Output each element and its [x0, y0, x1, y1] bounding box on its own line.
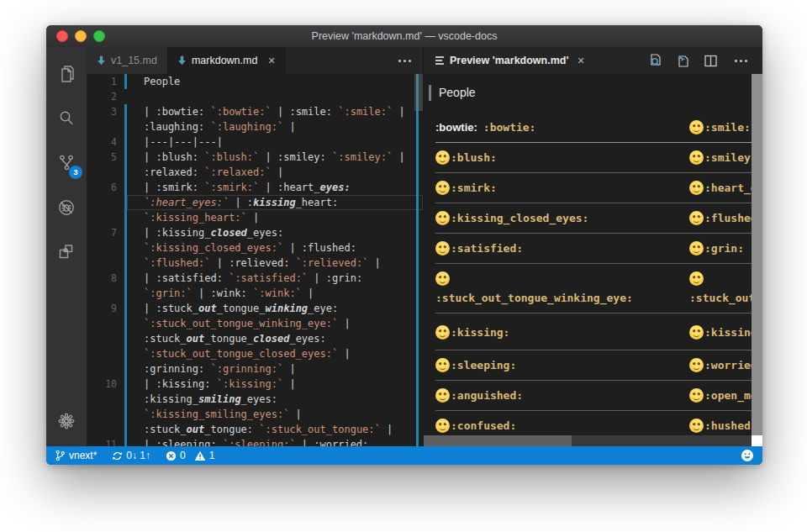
code-text: | :bowtie: `:bowtie:` | :smile: `:smile:… [127, 104, 423, 119]
markdown-file-icon [97, 55, 106, 66]
close-tab-icon[interactable]: ✕ [267, 55, 275, 66]
table-row: :smirk::heart_eyes: [435, 173, 762, 203]
more-actions-icon[interactable] [395, 56, 414, 66]
editor-line[interactable]: :stuck_out_tongue: `:stuck_out_tongue:` … [87, 422, 423, 437]
emoji-code: :blush: [451, 151, 497, 164]
editor-scrollbar[interactable] [414, 74, 423, 111]
debug-icon[interactable] [46, 187, 87, 228]
editor-line[interactable]: 7| :kissing_closed_eyes: [87, 225, 423, 240]
editor-line[interactable]: 11| :sleeping: `:sleeping:` | :worried: [87, 437, 423, 446]
emoji-icon [435, 211, 450, 225]
emoji-code: :smile: [704, 121, 751, 134]
line-number: 10 [87, 377, 117, 392]
activity-bar: 3 [46, 47, 87, 446]
explorer-icon[interactable] [46, 54, 87, 94]
feedback-smiley-icon[interactable] [741, 449, 754, 462]
line-number: 8 [87, 271, 117, 286]
show-source-icon[interactable] [676, 54, 690, 68]
table-cell: :kissing_closed_eyes: [435, 211, 689, 225]
sync-status[interactable]: 0↓ 1↑ [112, 450, 150, 461]
line-number: 9 [87, 301, 117, 316]
code-text: `:kissing_smiling_eyes:` | [127, 407, 423, 422]
code-text: :stuck_out_tongue_closed_eyes: [127, 331, 423, 346]
search-icon[interactable] [46, 98, 87, 139]
table-row: :stuck_out_tongue_winking_eye::stuck_out… [435, 264, 762, 313]
editor-line[interactable]: `:kissing_heart:` | [87, 210, 423, 225]
settings-gear-icon[interactable] [46, 401, 87, 441]
line-number: 11 [87, 437, 117, 446]
overview-ruler-modified [416, 74, 419, 446]
preview-more-actions-icon[interactable] [731, 56, 751, 66]
line-number: 5 [87, 150, 117, 165]
line-number [87, 407, 117, 422]
editor-line[interactable]: :laughing: `:laughing:` | [87, 119, 423, 134]
editor-line[interactable]: `:kissing_smiling_eyes:` | [87, 407, 423, 422]
preview-lines-icon [435, 55, 444, 67]
emoji-icon [435, 388, 450, 403]
editor-line[interactable]: 6| :smirk: `:smirk:` | :heart_eyes: [87, 180, 423, 195]
editor-line[interactable]: 1People [87, 74, 423, 89]
preview-tab-bar: Preview 'markdown.md' ✕ [424, 47, 762, 74]
editor-line[interactable]: 2 [87, 89, 423, 104]
tab-markdown-md[interactable]: markdown.md ✕ [167, 47, 286, 74]
line-number: 1 [87, 74, 117, 89]
editor-line[interactable]: 8| :satisfied: `:satisfied:` | :grin: [87, 271, 423, 286]
emoji-code: :hushed: [704, 419, 757, 432]
preview-heading: People [435, 84, 762, 101]
emoji-icon [689, 150, 704, 165]
editor-line[interactable]: `:heart_eyes:` | :kissing_heart: [87, 195, 423, 210]
preview-content: People :bowtie::bowtie::smile::blush::sm… [424, 74, 762, 446]
editor-line[interactable]: :grinning: `:grinning:` | [87, 361, 423, 377]
source-control-icon[interactable]: 3 [46, 143, 87, 183]
code-editor[interactable]: 1People23| :bowtie: `:bowtie:` | :smile:… [87, 74, 423, 446]
code-text: :stuck_out_tongue: `:stuck_out_tongue:` … [127, 422, 423, 437]
editor-line[interactable]: :kissing_smiling_eyes: [87, 392, 423, 407]
line-number [87, 240, 117, 255]
preview-vertical-scrollbar[interactable] [752, 74, 762, 435]
table-cell: :bowtie::bowtie: [435, 120, 689, 134]
code-text: :laughing: `:laughing:` | [127, 119, 423, 134]
table-header-row: :bowtie::bowtie::smile: [435, 113, 762, 143]
editor-line[interactable]: `:flushed:` | :relieved: `:relieved:` | [87, 255, 423, 271]
editor-line[interactable]: `:kissing_closed_eyes:` | :flushed: [87, 240, 423, 255]
emoji-icon [689, 388, 704, 403]
editor-line[interactable]: `:stuck_out_tongue_winking_eye:` | [87, 316, 423, 331]
editor-line[interactable]: 10| :kissing: `:kissing:` | [87, 377, 423, 392]
vscode-window: Preview 'markdown.md' — vscode-docs 3 [46, 25, 762, 465]
find-in-preview-icon[interactable] [648, 54, 662, 68]
line-number [87, 331, 117, 346]
editor-line[interactable]: 4|---|---|---| [87, 134, 423, 150]
line-number [87, 255, 117, 271]
table-row: :kissing_closed_eyes::flushed: [435, 203, 762, 234]
line-number [87, 316, 117, 331]
problems-status[interactable]: 0 1 [166, 450, 214, 461]
tab-v1-15-md[interactable]: v1_15.md [87, 47, 167, 74]
close-preview-icon[interactable]: ✕ [577, 55, 584, 66]
emoji-code: :stuck_out_tongue_winking_eye: [435, 292, 633, 304]
editor-line[interactable]: :relaxed: `:relaxed:` | [87, 165, 423, 180]
split-editor-icon[interactable] [704, 54, 718, 68]
emoji-icon [689, 325, 704, 340]
code-text: `:kissing_heart:` | [127, 210, 423, 225]
emoji-table: :bowtie::bowtie::smile::blush::smiley::s… [435, 113, 762, 446]
editor-line[interactable]: 9| :stuck_out_tongue_winking_eye: [87, 301, 423, 316]
titlebar: Preview 'markdown.md' — vscode-docs [46, 25, 762, 47]
editor-line[interactable]: :stuck_out_tongue_closed_eyes: [87, 331, 423, 346]
code-text: | :smirk: `:smirk:` | :heart_eyes: [127, 180, 423, 195]
tab-label: markdown.md [192, 55, 258, 66]
emoji-icon [435, 181, 450, 195]
git-branch-status[interactable]: vnext* [55, 450, 97, 461]
editor-line[interactable]: `:grin:` | :wink: `:wink:` | [87, 286, 423, 301]
preview-horizontal-scrollbar-thumb[interactable] [424, 435, 572, 446]
line-number [87, 346, 117, 361]
extensions-icon[interactable] [46, 232, 87, 272]
editor-line[interactable]: `:stuck_out_tongue_closed_eyes:` | [87, 346, 423, 361]
code-text: `:flushed:` | :relieved: `:relieved:` | [127, 255, 423, 271]
table-cell: :sleeping: [435, 358, 689, 372]
preview-horizontal-scrollbar-track[interactable] [424, 435, 752, 446]
code-text: :grinning: `:grinning:` | [127, 361, 423, 377]
emoji-code: :confused: [451, 419, 516, 432]
editor-line[interactable]: 3| :bowtie: `:bowtie:` | :smile: `:smile… [87, 104, 423, 119]
emoji-icon [689, 271, 704, 286]
editor-line[interactable]: 5| :blush: `:blush:` | :smiley: `:smiley… [87, 150, 423, 165]
